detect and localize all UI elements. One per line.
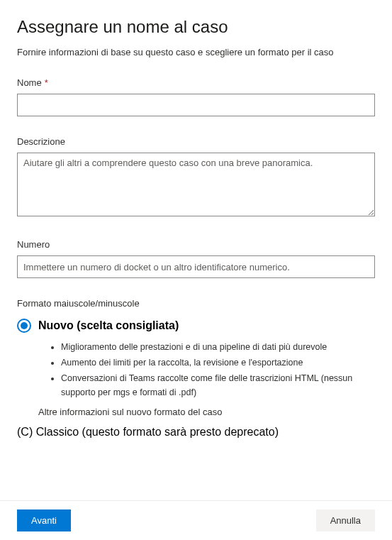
page-title: Assegnare un nome al caso [17,17,375,37]
name-field-group: Nome* [17,77,375,116]
list-item: Miglioramento delle prestazioni e di una… [61,340,375,354]
format-option-new[interactable]: Nuovo (scelta consigliata) [17,319,375,333]
description-field-group: Descrizione [17,136,375,219]
description-label: Descrizione [17,136,375,147]
name-label-text: Nome [17,77,42,88]
footer: Avanti Annulla [0,500,392,540]
cancel-button[interactable]: Annulla [316,509,375,531]
format-section-label: Formato maiuscole/minuscole [17,298,375,309]
format-section: Formato maiuscole/minuscole Nuovo (scelt… [17,298,375,439]
number-input[interactable] [17,255,375,278]
format-new-bullets: Miglioramento delle prestazioni e di una… [61,340,375,400]
list-item: Conversazioni di Teams raccolte come fil… [61,371,375,400]
name-label: Nome* [17,77,375,88]
more-info-link[interactable]: Altre informazioni sul nuovo formato del… [38,407,375,417]
name-input[interactable] [17,94,375,116]
number-label: Numero [17,239,375,250]
format-option-classic-label: (C) Classico (questo formato sarà presto… [17,426,279,439]
page-subtitle: Fornire informazioni di base su questo c… [17,47,375,57]
required-marker: * [45,77,48,88]
format-option-new-label: Nuovo (scelta consigliata) [38,319,179,332]
description-input[interactable] [17,153,375,216]
format-option-classic[interactable]: (C) Classico (questo formato sarà presto… [17,426,375,439]
number-field-group: Numero [17,239,375,278]
list-item: Aumento dei limiti per la raccolta, la r… [61,356,375,370]
next-button[interactable]: Avanti [17,509,71,531]
radio-selected-icon[interactable] [17,319,31,333]
